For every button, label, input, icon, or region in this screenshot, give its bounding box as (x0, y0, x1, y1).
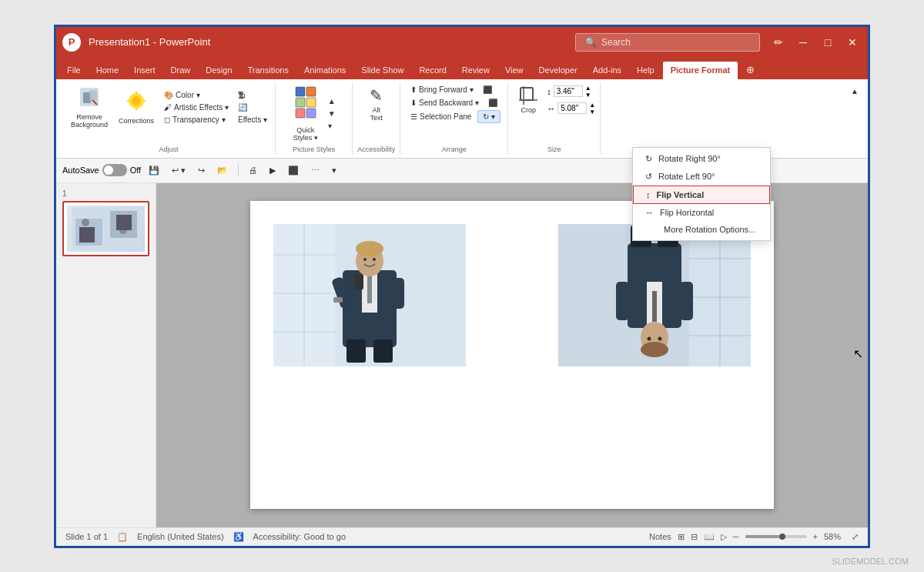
pen-icon[interactable]: ✏ (769, 33, 788, 52)
maximize-button[interactable]: □ (819, 33, 837, 52)
svg-rect-43 (346, 340, 366, 363)
search-input[interactable] (601, 37, 750, 48)
collapse-ribbon-button[interactable]: ▲ (848, 85, 862, 97)
tab-home[interactable]: Home (89, 61, 126, 79)
group-button[interactable]: ⬛ (485, 97, 500, 109)
styles-prev[interactable]: ▲ (325, 95, 339, 107)
svg-rect-11 (306, 87, 316, 96)
slide-thumbnail[interactable] (62, 201, 149, 256)
svg-point-55 (641, 342, 668, 357)
redo-button[interactable]: ↪ (193, 163, 209, 178)
alt-text-button[interactable]: ✎ AltText (361, 84, 392, 124)
height-down[interactable]: ▼ (585, 92, 591, 99)
more-rotation-item[interactable]: More Rotation Options... (633, 221, 770, 238)
color-button[interactable]: 🎨 Color ▾ (161, 89, 232, 101)
height-up[interactable]: ▲ (585, 85, 591, 92)
tab-picture-format[interactable]: Picture Format (662, 61, 739, 79)
slide-sorter-icon[interactable]: ⊟ (691, 532, 698, 542)
reading-view-icon[interactable]: 📖 (704, 532, 715, 542)
tab-transitions[interactable]: Transitions (240, 61, 296, 79)
zoom-slider[interactable] (745, 535, 807, 538)
crop-icon (519, 86, 537, 106)
zoom-in-icon[interactable]: + (813, 532, 818, 541)
save-button[interactable]: 💾 (144, 163, 164, 178)
adjust-col2: 🗜 🔄 Effects ▾ (235, 89, 270, 125)
flip-vertical-item[interactable]: ↕ Flip Vertical (633, 186, 770, 204)
tab-developer[interactable]: Developer (531, 61, 585, 79)
rotate-left-item[interactable]: ↺ Rotate Left 90° (633, 168, 770, 186)
accessibility-status: Accessibility: Good to go (253, 532, 346, 541)
presenter-view-icon[interactable]: ▷ (721, 532, 727, 542)
fit-slide-icon[interactable]: ⤢ (852, 532, 859, 542)
selection-pane-button[interactable]: ☰ Selection Pane (407, 111, 474, 122)
slide-thumb-image (67, 206, 145, 252)
tb-customize[interactable]: ▾ (327, 163, 341, 178)
toolbar-divider (238, 164, 239, 176)
alt-text-icon: ✎ (370, 86, 383, 105)
artistic-effects-button[interactable]: 🖌 Artistic Effects ▾ (161, 102, 232, 113)
slide-image-right[interactable] (558, 224, 751, 366)
tb-shapes[interactable]: ⬛ (283, 163, 303, 178)
tab-insert[interactable]: Insert (126, 61, 163, 79)
styles-next[interactable]: ▼ (325, 108, 339, 119)
height-input-group: ↕ ▲ ▼ (547, 85, 595, 99)
flip-horizontal-item[interactable]: ↔ Flip Horizontal (633, 204, 770, 221)
tab-record[interactable]: Record (411, 61, 454, 79)
width-up[interactable]: ▲ (589, 102, 595, 109)
transparency-button[interactable]: ◻ Transparency ▾ (161, 114, 232, 125)
change-pic-button[interactable]: 🔄 (235, 102, 270, 113)
notes-button[interactable]: Notes (649, 532, 671, 541)
corrections-button[interactable]: Corrections (115, 88, 158, 127)
slide-show-btn[interactable]: ▶ (265, 163, 280, 178)
zoom-level[interactable]: 58% (824, 532, 845, 541)
align-button[interactable]: ⬛ (480, 84, 495, 95)
rotate-left-icon: ↺ (645, 172, 652, 182)
remove-background-button[interactable]: RemoveBackground (67, 84, 112, 132)
slide-grid-icon[interactable]: ⊞ (678, 532, 685, 542)
tab-slideshow[interactable]: Slide Show (353, 61, 411, 79)
crop-button[interactable]: Crop (513, 84, 544, 116)
styles-nav: ▲ ▼ ▾ (325, 95, 339, 132)
tab-design[interactable]: Design (198, 61, 239, 79)
minimize-button[interactable]: ─ (794, 33, 812, 52)
ribbon-body: RemoveBackground Corrections (56, 79, 868, 159)
compress-icon: 🗜 (238, 91, 246, 99)
tab-review[interactable]: Review (454, 61, 497, 79)
slide-canvas[interactable] (250, 201, 774, 509)
undo-button[interactable]: ↩ ▾ (167, 163, 190, 178)
rotate-icon: ↻ (483, 112, 489, 121)
print-button[interactable]: 🖨 (244, 163, 262, 177)
alt-text-label: AltText (370, 106, 383, 122)
styles-more[interactable]: ▾ (325, 120, 339, 132)
effects-button[interactable]: Effects ▾ (235, 114, 270, 125)
svg-rect-13 (306, 98, 316, 107)
slide-image-left[interactable] (273, 224, 466, 366)
close-button[interactable]: ✕ (843, 33, 862, 52)
crop-label: Crop (521, 106, 536, 114)
rotate-right-item[interactable]: ↻ Rotate Right 90° (633, 150, 770, 168)
width-input[interactable] (557, 102, 587, 114)
send-backward-button[interactable]: ⬇ Send Backward ▾ (407, 97, 482, 109)
open-button[interactable]: 📂 (213, 163, 233, 178)
quick-styles-button[interactable]: QuickStyles ▾ (290, 84, 322, 144)
language: English (United States) (137, 532, 224, 541)
tb-more[interactable]: ⋯ (306, 163, 324, 178)
autosave-toggle[interactable] (102, 164, 127, 176)
width-down[interactable]: ▼ (589, 109, 595, 115)
compress-button[interactable]: 🗜 (235, 89, 270, 101)
tab-more[interactable]: ⊕ (738, 61, 762, 79)
watermark: SLIDEMODEL.COM (832, 557, 909, 566)
group-icon: ⬛ (488, 99, 497, 107)
tab-view[interactable]: View (497, 61, 531, 79)
bring-forward-button[interactable]: ⬆ Bring Forward ▾ (407, 84, 477, 95)
tab-draw[interactable]: Draw (163, 61, 199, 79)
tab-file[interactable]: File (59, 61, 89, 79)
tab-animations[interactable]: Animations (296, 61, 353, 79)
tab-addins[interactable]: Add-ins (585, 61, 629, 79)
rotate-button[interactable]: ↻ ▾ (477, 110, 500, 123)
zoom-out-icon[interactable]: ─ (733, 532, 739, 541)
search-bar[interactable]: 🔍 (575, 33, 760, 52)
height-input[interactable] (554, 85, 583, 97)
tab-help[interactable]: Help (629, 61, 662, 79)
slide-panel: 1 (56, 183, 156, 527)
